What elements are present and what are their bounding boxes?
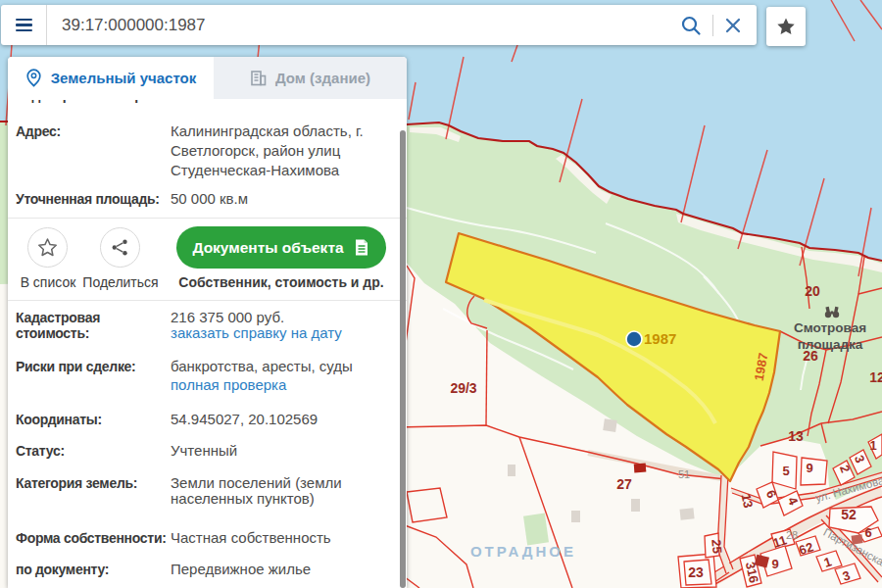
panel-tabs: Земельный участок Дом (здание) xyxy=(8,57,407,99)
location-pin-icon xyxy=(25,69,42,87)
poi-label-smotrovaya: Смотровая xyxy=(794,320,866,335)
parcel-label-13b: 13 xyxy=(739,492,757,509)
parcel-label-9b: 9 xyxy=(771,557,778,571)
parcel-label-27: 27 xyxy=(616,476,632,492)
row-area-value: 50 000 кв.м xyxy=(171,191,248,207)
parcel-marker-dot[interactable] xyxy=(626,331,642,347)
row-status-label: Статус: xyxy=(16,443,171,459)
favorites-button[interactable] xyxy=(766,7,806,46)
row-by-document-label: по документу: xyxy=(16,562,171,577)
row-address: Адрес: Калининградская область, г. Светл… xyxy=(16,122,400,180)
icon-divider xyxy=(712,15,713,36)
parcel-label-9: 9 xyxy=(806,461,812,475)
road-label-51: 51 xyxy=(678,468,690,480)
object-documents-label: Документы объекта xyxy=(192,239,343,257)
row-area: Уточненная площадь: 50 000 кв.м xyxy=(16,191,400,207)
house-label-28: 28 xyxy=(786,529,798,541)
row-ownership-value: Частная собственность xyxy=(171,530,331,546)
parcel-label-6b: 6 xyxy=(864,525,871,540)
row-coordinates-value: 54.945027, 20.102569 xyxy=(171,412,318,427)
actions-row: В список Поделиться Документы объекта xyxy=(8,226,407,289)
selected-parcel-label: 1987 xyxy=(644,330,676,347)
row-land-category-label: Категория земель: xyxy=(16,475,171,507)
city-label-otradnoe: ОТРАДНОЕ xyxy=(470,543,576,560)
row-ownership: Форма собственности: Частная собственнос… xyxy=(16,530,400,546)
building-icon xyxy=(250,70,267,86)
info-panel: Земельный участок Дом (здание) Кадастров… xyxy=(8,57,407,588)
add-to-list-button[interactable] xyxy=(27,227,68,268)
row-risks-label: Риски при сделке: xyxy=(16,359,171,393)
share-label: Поделиться xyxy=(76,274,165,290)
clear-search-icon[interactable] xyxy=(723,16,743,35)
star-outline-icon xyxy=(37,237,58,258)
row-status-value: Учтенный xyxy=(171,443,237,459)
parcel-label-13: 13 xyxy=(788,428,804,444)
tab-building-label: Дом (здание) xyxy=(275,70,370,86)
parcel-label-29-3: 29/3 xyxy=(450,380,476,396)
row-by-document: по документу: Передвижное жилье xyxy=(16,562,400,577)
row-status: Статус: Учтенный xyxy=(16,443,400,459)
row-cadastral-value-value: 216 375 000 руб. заказать справку на дат… xyxy=(171,310,342,341)
object-documents-button[interactable]: Документы объекта xyxy=(176,226,386,269)
menu-button[interactable] xyxy=(1,5,47,45)
divider xyxy=(8,300,407,301)
row-coordinates: Координаты: 54.945027, 20.102569 xyxy=(16,412,400,427)
search-bar xyxy=(1,5,757,45)
share-button[interactable] xyxy=(100,227,140,268)
panel-scrollbar[interactable] xyxy=(400,130,406,588)
star-icon xyxy=(776,17,796,36)
row-risks-value: банкротства, аресты, суды полная проверк… xyxy=(171,359,353,393)
row-land-category: Категория земель: Земли поселений (земли… xyxy=(16,475,400,507)
row-cadastral-value: Кадастровая стоимость: 216 375 000 руб. … xyxy=(16,310,400,341)
parcel-label-23: 23 xyxy=(688,564,704,580)
row-cadastral-value-label: Кадастровая стоимость: xyxy=(16,310,171,341)
row-address-label: Адрес: xyxy=(16,122,171,180)
search-icon[interactable] xyxy=(679,14,703,37)
tab-land-parcel-label: Земельный участок xyxy=(51,70,197,86)
object-documents-caption: Собственник, стоимость и др. xyxy=(176,274,386,290)
hamburger-icon xyxy=(16,15,32,34)
search-input[interactable] xyxy=(47,16,679,35)
document-icon xyxy=(353,238,370,257)
share-icon xyxy=(111,238,129,257)
parcel-label-5: 5 xyxy=(782,464,789,478)
parcel-label-1: 1 xyxy=(869,438,876,453)
divider xyxy=(8,218,407,219)
parcel-label-12: 12 xyxy=(869,369,882,385)
parcel-label-26: 26 xyxy=(803,348,818,364)
row-address-value: Калининградская область, г. Светлогорск,… xyxy=(171,122,364,180)
row-risks: Риски при сделке: банкротства, аресты, с… xyxy=(16,359,400,393)
parcel-label-25: 25 xyxy=(709,539,724,555)
tab-building[interactable]: Дом (здание) xyxy=(214,57,407,99)
parcel-label-20: 20 xyxy=(805,283,820,299)
order-certificate-link[interactable]: заказать справку на дату xyxy=(171,325,342,341)
row-coordinates-label: Координаты: xyxy=(16,412,171,427)
row-by-document-value: Передвижное жилье xyxy=(171,562,311,577)
full-check-link[interactable]: полная проверка xyxy=(171,377,286,393)
parcel-label-52: 52 xyxy=(841,507,857,522)
scrolled-row-fragment: Кадастровый квартал: xyxy=(16,100,378,107)
row-ownership-label: Форма собственности: xyxy=(16,530,171,546)
row-land-category-value: Земли поселений (земли населенных пункто… xyxy=(171,475,342,507)
app-window: 20 Смотровая площадка 26 12 13 29/3 27 5… xyxy=(0,0,882,588)
row-area-label: Уточненная площадь: xyxy=(16,191,171,207)
tab-land-parcel[interactable]: Земельный участок xyxy=(8,57,214,99)
